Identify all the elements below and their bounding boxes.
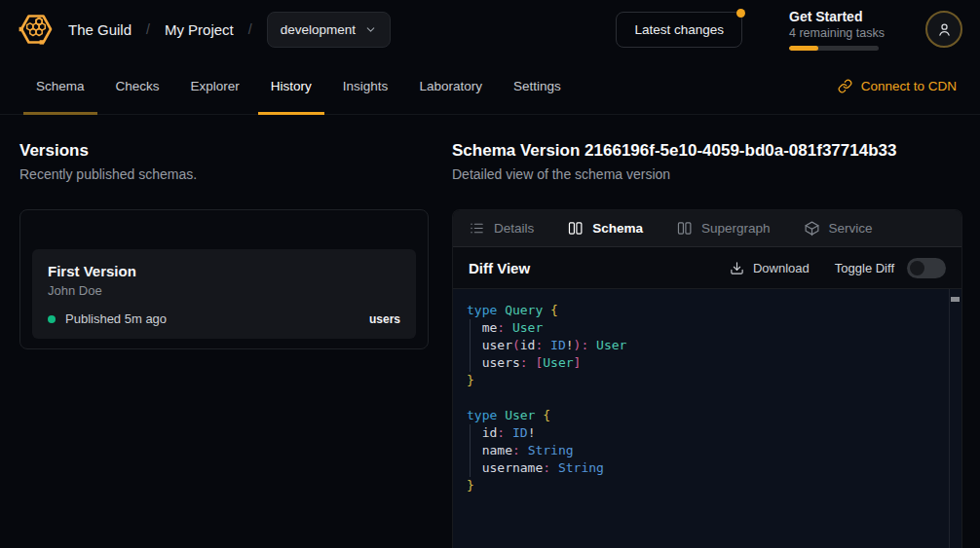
code-line: id: ID! (467, 424, 942, 442)
code-line: type User { (467, 407, 942, 424)
user-icon (936, 21, 953, 38)
get-started-widget[interactable]: Get Started 4 remaining tasks (789, 9, 879, 51)
list-icon (469, 220, 485, 237)
detail-tab-details[interactable]: Details (469, 220, 534, 237)
detail-tab-label: Schema (592, 221, 643, 236)
avatar[interactable] (925, 11, 962, 48)
main-content: Versions Recently published schemas. Fir… (0, 115, 980, 548)
download-icon (730, 261, 744, 275)
code-line: username: String (467, 459, 942, 477)
breadcrumb-org[interactable]: The Guild (68, 21, 132, 38)
nav-tab-laboratory[interactable]: Laboratory (406, 58, 495, 114)
indent-guide (470, 424, 471, 477)
code-lines: type Query { me: User user(id: ID!): Use… (467, 302, 942, 494)
code-line: } (467, 477, 942, 494)
guild-logo-icon[interactable] (16, 9, 57, 50)
code-line: users: [User] (467, 354, 942, 372)
notification-dot-icon (736, 9, 745, 18)
toggle-diff-label: Toggle Diff (835, 261, 894, 275)
schema-version-title: Schema Version 2166196f-5e10-4059-bd0a-0… (452, 140, 962, 161)
breadcrumb: The Guild / My Project / development (68, 12, 391, 48)
code-line: me: User (467, 319, 942, 337)
toggle-diff-group: Toggle Diff (835, 258, 946, 278)
download-button[interactable]: Download (730, 261, 810, 275)
download-label: Download (753, 261, 810, 275)
breadcrumb-separator: / (248, 21, 252, 37)
service-badge: users (369, 312, 400, 326)
connect-to-cdn-link[interactable]: Connect to CDN (838, 58, 957, 114)
code-line (467, 389, 942, 407)
indent-guide (470, 319, 471, 372)
code-line: name: String (467, 442, 942, 459)
version-author: John Doe (48, 283, 400, 299)
breadcrumb-project[interactable]: My Project (165, 21, 234, 38)
detail-tab-label: Supergraph (701, 221, 771, 236)
scrollbar[interactable] (949, 289, 961, 548)
version-name: First Version (48, 262, 400, 280)
app-root: The Guild / My Project / development Lat… (0, 0, 980, 548)
version-list-item[interactable]: First Version John Doe Published 5m ago … (32, 249, 416, 339)
scrollbar-thumb[interactable] (951, 297, 960, 302)
toggle-diff-switch[interactable] (907, 258, 946, 278)
versions-list-card: First Version John Doe Published 5m ago … (19, 209, 429, 349)
schema-version-panel: Schema Version 2166196f-5e10-4059-bd0a-0… (452, 140, 962, 548)
versions-panel: Versions Recently published schemas. Fir… (19, 140, 429, 548)
diff-view-actions: Download Toggle Diff (730, 258, 946, 278)
nav-tab-insights[interactable]: Insights (330, 58, 401, 114)
detail-tab-label: Details (494, 221, 534, 236)
get-started-progress-fill (789, 46, 818, 51)
diff-view-title: Diff View (469, 260, 530, 276)
published-status-dot-icon (48, 315, 56, 323)
schema-version-subtitle: Detailed view of the schema version (452, 166, 962, 183)
link-icon (838, 79, 852, 93)
detail-tab-label: Service (829, 221, 873, 236)
get-started-subtitle: 4 remaining tasks (789, 25, 879, 41)
header-actions: Latest changes Get Started 4 remaining t… (616, 9, 962, 51)
version-meta-row: Published 5m ago users (48, 311, 400, 326)
target-selector-value: development (281, 22, 356, 37)
target-selector[interactable]: development (267, 12, 391, 48)
nav-tab-schema[interactable]: Schema (23, 58, 97, 114)
diff-view-header: Diff View Download Toggle Diff (453, 247, 961, 289)
nav-tab-explorer[interactable]: Explorer (178, 58, 252, 114)
detail-tab-service[interactable]: Service (804, 220, 873, 237)
versions-subtitle: Recently published schemas. (19, 166, 429, 183)
primary-nav: SchemaChecksExplorerHistoryInsightsLabor… (0, 58, 980, 115)
app-header: The Guild / My Project / development Lat… (0, 0, 980, 58)
columns-icon (676, 220, 693, 237)
box-icon (804, 220, 820, 237)
get-started-title: Get Started (789, 9, 879, 25)
versions-title: Versions (19, 140, 429, 161)
detail-tab-supergraph[interactable]: Supergraph (676, 220, 771, 237)
switch-knob (910, 261, 924, 275)
code-line: type Query { (467, 302, 942, 319)
nav-tab-history[interactable]: History (258, 58, 324, 114)
schema-code-viewer[interactable]: type Query { me: User user(id: ID!): Use… (453, 289, 961, 548)
chevron-down-icon (364, 23, 377, 36)
columns-icon (567, 220, 584, 237)
nav-tab-checks[interactable]: Checks (103, 58, 172, 114)
code-line: } (467, 372, 942, 389)
schema-detail-card: DetailsSchemaSupergraphService Diff View… (452, 209, 962, 548)
detail-tabs: DetailsSchemaSupergraphService (453, 210, 961, 247)
connect-to-cdn-label: Connect to CDN (861, 79, 957, 93)
version-status-text: Published 5m ago (65, 311, 167, 326)
nav-tab-settings[interactable]: Settings (501, 58, 574, 114)
get-started-progress-bar (789, 46, 879, 51)
code-line: user(id: ID!): User (467, 337, 942, 354)
latest-changes-label: Latest changes (634, 22, 724, 37)
latest-changes-button[interactable]: Latest changes (616, 12, 742, 48)
breadcrumb-separator: / (146, 21, 150, 37)
detail-tab-schema[interactable]: Schema (567, 220, 643, 237)
